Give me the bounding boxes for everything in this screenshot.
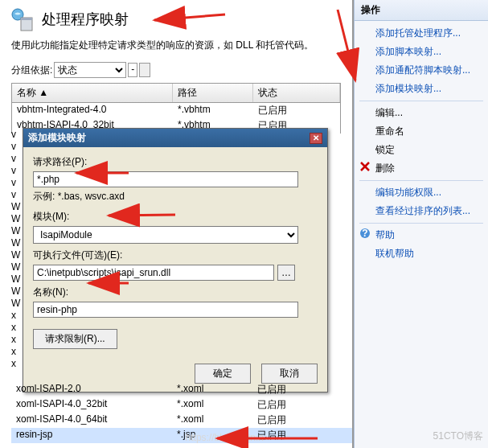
action-delete[interactable]: 删除 [355,159,488,178]
action-edit[interactable]: 编辑... [355,104,488,122]
action-help[interactable]: ?帮助 [355,226,488,245]
page-description: 使用此功能指定处理特定请求类型的响应的资源，如 DLL 和托管代码。 [0,35,352,59]
name-input[interactable] [33,302,298,318]
action-add-wildcard[interactable]: 添加通配符脚本映射... [355,61,488,80]
example-text: 示例: *.bas, wsvc.axd [33,190,318,203]
table-row[interactable]: xoml-ISAPI-2.0*.xoml已启用 [11,382,352,397]
browse-button[interactable]: … [277,265,295,281]
grid-bottom-rows: xoml-ISAPI-2.0*.xoml已启用 xoml-ISAPI-4.0_3… [11,382,352,443]
table-row[interactable]: vbhtm-Integrated-4.0*.vbhtm已启用 [12,103,340,118]
obscured-rows: vvvvvvWWWWWWWWWxxxxx [11,129,20,370]
handler-mappings-icon [10,6,35,32]
action-edit-permissions[interactable]: 编辑功能权限... [355,183,488,202]
cancel-button[interactable]: 取消 [261,364,318,384]
executable-input[interactable] [33,265,274,281]
request-path-input[interactable] [33,171,298,187]
col-state[interactable]: 状态 [253,84,340,102]
action-rename[interactable]: 重命名 [355,122,488,141]
help-icon: ? [359,228,371,239]
delete-icon [359,161,371,172]
dialog-title: 添加模块映射 [28,131,86,145]
close-icon[interactable]: ✕ [310,133,322,144]
actions-header: 操作 [355,0,488,21]
sort-asc-icon: ▲ [39,87,48,98]
module-select[interactable]: IsapiModule [33,226,298,244]
watermark-csdn: https://blog.csdn.n [186,432,264,443]
table-row[interactable]: resin-jsp*.jsp已启用 [11,428,352,443]
action-lock[interactable]: 锁定 [355,141,488,159]
action-online-help[interactable]: 联机帮助 [355,245,488,263]
request-restrictions-button[interactable]: 请求限制(R)... [33,329,117,349]
filter-go[interactable] [139,63,150,77]
svg-text:?: ? [362,228,367,239]
filter-dash[interactable]: - [128,63,137,77]
col-name[interactable]: 名称 [17,87,36,98]
group-by-select[interactable]: 状态 [54,62,126,78]
col-path[interactable]: 路径 [173,84,253,102]
name-label: 名称(N): [33,286,318,299]
table-row[interactable]: xoml-ISAPI-4.0_64bit*.xoml已启用 [11,413,352,428]
watermark-51cto: 51CTO博客 [433,430,483,443]
action-view-ordered[interactable]: 查看经过排序的列表... [355,202,488,220]
add-module-mapping-dialog: 添加模块映射 ✕ 请求路径(P): 示例: *.bas, wsvc.axd 模块… [23,128,328,393]
module-label: 模块(M): [33,210,318,224]
action-add-script[interactable]: 添加脚本映射... [355,43,488,61]
page-title: 处理程序映射 [42,10,129,29]
handlers-grid[interactable]: 名称 ▲ 路径 状态 vbhtm-Integrated-4.0*.vbhtm已启… [11,83,341,134]
group-by-label: 分组依据: [11,64,52,77]
request-path-label: 请求路径(P): [33,155,318,169]
action-add-managed[interactable]: 添加托管处理程序... [355,24,488,43]
action-add-module[interactable]: 添加模块映射... [355,80,488,98]
svg-rect-2 [21,18,32,20]
table-row[interactable]: xoml-ISAPI-4.0_32bit*.xoml已启用 [11,397,352,413]
ok-button[interactable]: 确定 [195,364,251,384]
executable-label: 可执行文件(可选)(E): [33,249,318,262]
